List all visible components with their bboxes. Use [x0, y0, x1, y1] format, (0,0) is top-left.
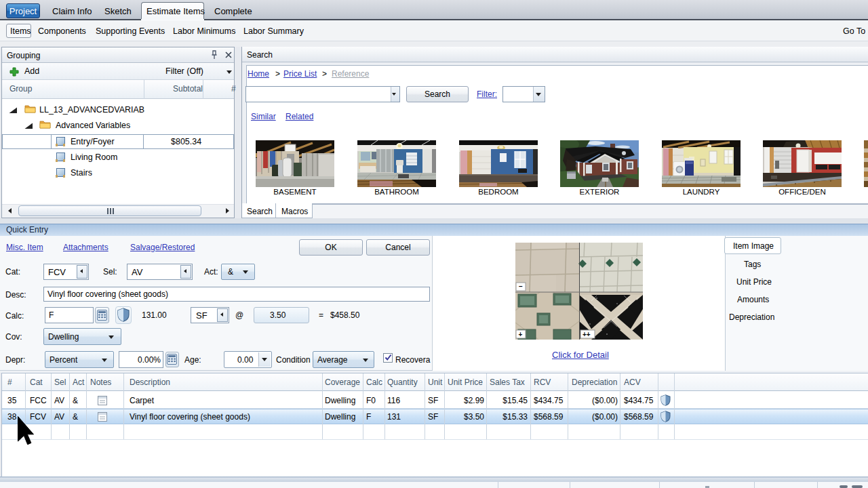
svg-text:++: ++ [583, 331, 591, 338]
svg-text:−: − [519, 283, 523, 290]
svg-text:+: + [519, 331, 523, 338]
